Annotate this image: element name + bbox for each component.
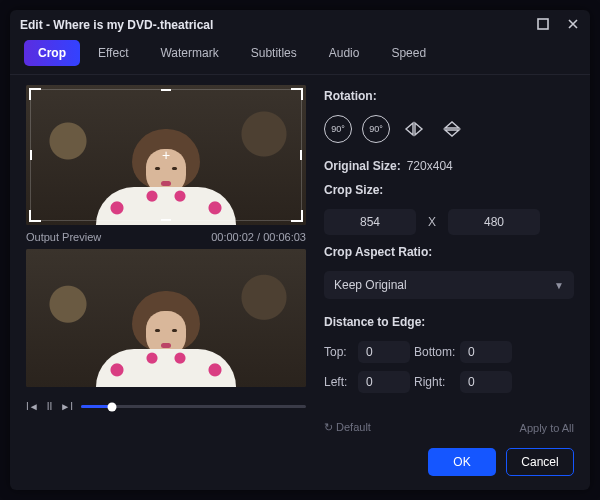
tab-speed[interactable]: Speed [377, 40, 440, 66]
crop-height-input[interactable]: 480 [448, 209, 540, 235]
video-frame [26, 85, 306, 225]
tab-watermark[interactable]: Watermark [146, 40, 232, 66]
edge-right-input[interactable]: 0 [460, 371, 512, 393]
refresh-icon: ↻ [324, 421, 333, 433]
crop-size-label: Crop Size: [324, 183, 574, 197]
ok-button[interactable]: OK [428, 448, 496, 476]
original-size-value: 720x404 [407, 159, 453, 173]
edge-top-input[interactable]: 0 [358, 341, 410, 363]
chevron-down-icon: ▼ [554, 280, 564, 291]
result-preview [26, 249, 306, 387]
window-title: Edit - Where is my DVD-.theatrical [20, 18, 213, 32]
prev-frame-button[interactable]: I◄ [26, 401, 39, 412]
crop-preview[interactable]: + [26, 85, 306, 225]
edge-bottom-label: Bottom: [414, 345, 460, 359]
tab-crop[interactable]: Crop [24, 40, 80, 66]
apply-to-all-button[interactable]: Apply to All [520, 422, 574, 434]
maximize-icon[interactable] [536, 17, 550, 34]
original-size-label: Original Size: [324, 159, 401, 173]
aspect-ratio-value: Keep Original [334, 278, 407, 292]
tab-audio[interactable]: Audio [315, 40, 374, 66]
aspect-ratio-select[interactable]: Keep Original ▼ [324, 271, 574, 299]
edge-left-input[interactable]: 0 [358, 371, 410, 393]
dimension-separator: X [422, 215, 442, 229]
edge-right-label: Right: [414, 375, 460, 389]
rotate-cw-icon[interactable]: 90° [362, 115, 390, 143]
tab-bar: Crop Effect Watermark Subtitles Audio Sp… [10, 40, 590, 75]
flip-vertical-icon[interactable] [438, 115, 466, 143]
reset-default-button[interactable]: ↻ Default [324, 421, 371, 434]
tab-effect[interactable]: Effect [84, 40, 142, 66]
svg-rect-0 [538, 19, 548, 29]
flip-horizontal-icon[interactable] [400, 115, 428, 143]
crop-width-input[interactable]: 854 [324, 209, 416, 235]
distance-edge-label: Distance to Edge: [324, 315, 574, 329]
tab-subtitles[interactable]: Subtitles [237, 40, 311, 66]
pause-button[interactable]: II [47, 401, 53, 412]
dialog-footer: OK Cancel [10, 438, 590, 490]
output-preview-label: Output Preview [26, 231, 101, 243]
edit-dialog: Edit - Where is my DVD-.theatrical Crop … [10, 10, 590, 490]
rotate-ccw-icon[interactable]: 90° [324, 115, 352, 143]
player-controls: I◄ II ►I [26, 397, 306, 412]
next-frame-button[interactable]: ►I [60, 401, 73, 412]
seek-slider[interactable] [81, 405, 306, 408]
rotation-label: Rotation: [324, 89, 574, 103]
edge-top-label: Top: [324, 345, 358, 359]
edge-left-label: Left: [324, 375, 358, 389]
titlebar: Edit - Where is my DVD-.theatrical [10, 10, 590, 40]
close-icon[interactable] [566, 17, 580, 34]
edge-bottom-input[interactable]: 0 [460, 341, 512, 363]
cancel-button[interactable]: Cancel [506, 448, 574, 476]
aspect-ratio-label: Crop Aspect Ratio: [324, 245, 574, 259]
timecode: 00:00:02 / 00:06:03 [211, 231, 306, 243]
